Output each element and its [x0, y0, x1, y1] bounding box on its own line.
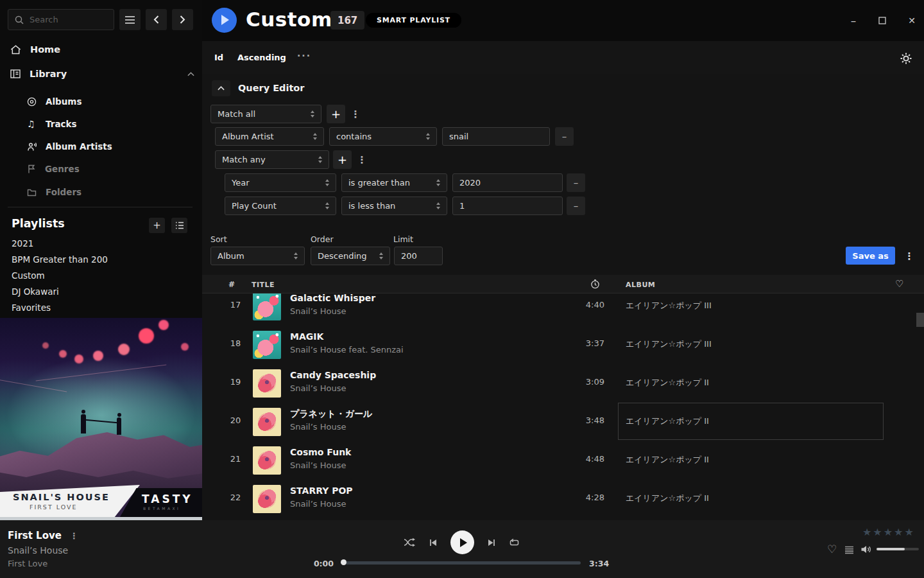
toolbar-more-button[interactable]: ··· [297, 51, 311, 61]
total-time: 3:34 [589, 559, 609, 568]
shuffle-button[interactable] [404, 538, 416, 547]
search-input[interactable] [30, 15, 107, 24]
select-arrows-icon [436, 179, 440, 186]
sidebar-item-album-artists[interactable]: Album Artists [27, 137, 194, 156]
nav-back-button[interactable] [146, 9, 167, 30]
column-index[interactable]: # [228, 280, 235, 289]
remove-rule-button[interactable]: – [567, 173, 585, 192]
artwork-album-title: FIRST LOVE [30, 504, 140, 511]
duration-column-clock-icon[interactable] [590, 279, 600, 289]
settings-button[interactable] [900, 51, 914, 66]
favorite-button[interactable]: ♡ [827, 543, 837, 556]
add-playlist-button[interactable]: + [149, 218, 165, 233]
star-icon[interactable]: ★ [873, 526, 882, 538]
match-all-select[interactable]: Match all [210, 105, 321, 123]
play-playlist-button[interactable] [212, 8, 237, 33]
sidebar-item-folders[interactable]: Folders [27, 182, 194, 202]
save-menu-button[interactable]: ⋮ [904, 247, 914, 265]
repeat-icon [509, 538, 520, 547]
rule-field-select[interactable]: Play Count [225, 197, 336, 215]
kebab-icon: ⋮ [357, 154, 367, 166]
query-editor: Query Editor Match all + ⋮ Album Artist … [202, 74, 924, 275]
list-toolbar: Id Ascending ··· [202, 41, 924, 74]
collapse-caret-icon[interactable] [187, 72, 194, 76]
star-icon[interactable]: ★ [862, 526, 871, 538]
volume-slider[interactable] [877, 548, 919, 550]
rule-field-select[interactable]: Year [225, 173, 336, 192]
playlist-item-2021[interactable]: 2021 [12, 238, 33, 252]
playlist-item-dj-okawari[interactable]: DJ Okawari [12, 286, 59, 301]
now-playing-artwork[interactable]: SNAIL'S HOUSE FIRST LOVE TASTY BETAMAXI [0, 318, 202, 520]
group-menu-button[interactable]: ⋮ [357, 150, 367, 169]
track-row[interactable]: 17 Galactic Whisper Snail’s House 4:40 エ… [202, 293, 924, 326]
collapse-query-editor-button[interactable] [212, 80, 230, 96]
sort-field-button[interactable]: Id [214, 53, 223, 62]
column-title[interactable]: TITLE [252, 281, 275, 289]
minimize-icon: – [851, 14, 857, 27]
rule-operator-select[interactable]: contains [329, 127, 437, 146]
playlist-item-bpm[interactable]: BPM Greater than 200 [12, 254, 108, 268]
rule-value-input[interactable] [452, 197, 563, 215]
playlist-item-favorites[interactable]: Favorites [12, 302, 51, 317]
rule-field-select[interactable]: Album Artist [215, 127, 324, 146]
rule-operator-select[interactable]: is less than [341, 197, 447, 215]
volume-fill [877, 548, 905, 550]
seek-handle[interactable] [341, 559, 346, 565]
track-row[interactable]: 21 Cosmo Funk Snail’s House 4:48 エイリアン☆ポ… [202, 441, 924, 480]
star-icon[interactable]: ★ [894, 526, 903, 538]
group-menu-button[interactable]: ⋮ [350, 105, 361, 123]
favorite-column-heart-icon[interactable]: ♡ [895, 278, 904, 290]
seek-bar[interactable] [343, 561, 581, 565]
repeat-button[interactable] [509, 538, 520, 547]
sort-select[interactable]: Album [210, 247, 305, 265]
previous-track-button[interactable] [429, 538, 438, 547]
volume-button[interactable] [860, 545, 872, 554]
star-icon[interactable]: ★ [904, 526, 913, 538]
sort-direction-button[interactable]: Ascending [237, 53, 286, 62]
playlist-item-custom[interactable]: Custom [12, 270, 45, 285]
next-track-button[interactable] [487, 538, 496, 547]
sidebar-item-library[interactable]: Library [10, 64, 194, 83]
menu-button[interactable] [119, 9, 141, 30]
remove-rule-button[interactable]: – [555, 127, 574, 146]
play-pause-button[interactable] [450, 530, 474, 554]
track-row[interactable]: 20 プラネット・ガール Snail’s House 3:48 エイリアン☆ポッ… [202, 403, 924, 441]
limit-input[interactable] [394, 247, 443, 265]
nav-forward-button[interactable] [172, 9, 193, 30]
sidebar-item-tracks[interactable]: ♫ Tracks [27, 114, 194, 134]
column-album[interactable]: ALBUM [626, 281, 655, 289]
star-icon[interactable]: ★ [884, 526, 893, 538]
artwork-label-sub: BETAMAXI [143, 506, 202, 511]
speaker-icon [860, 545, 872, 554]
tracklist-scrollbar[interactable] [916, 313, 924, 327]
rule-value-input[interactable] [442, 127, 550, 146]
window-maximize-button[interactable] [875, 14, 889, 27]
window-close-button[interactable]: ✕ [905, 14, 919, 27]
track-row[interactable]: 22 STARRY POP Snail’s House 4:28 エイリアン☆ポ… [202, 480, 924, 518]
rule-value-input[interactable] [452, 173, 563, 192]
select-arrows-icon [426, 133, 430, 140]
track-row[interactable]: 18 MAGIK Snail’s House feat. Sennzai 3:3… [202, 326, 924, 364]
remove-rule-button[interactable]: – [567, 197, 585, 215]
match-any-select[interactable]: Match any [215, 150, 329, 169]
select-arrows-icon [325, 202, 329, 209]
track-artwork [253, 446, 281, 475]
sidebar-item-genres[interactable]: Genres [27, 159, 194, 179]
sidebar-item-label: Tracks [46, 119, 77, 129]
flag-icon [27, 164, 36, 173]
manage-playlists-button[interactable] [171, 218, 187, 233]
queue-button[interactable] [844, 546, 854, 554]
rule-operator-select[interactable]: is greater than [341, 173, 447, 192]
artwork-artist-name: SNAIL'S HOUSE [13, 492, 140, 502]
window-minimize-button[interactable]: – [846, 14, 860, 27]
search-box[interactable] [8, 9, 114, 30]
save-as-button[interactable]: Save as [846, 247, 895, 265]
shuffle-icon [404, 538, 416, 547]
track-artwork [253, 331, 281, 359]
sidebar-item-home[interactable]: Home [10, 40, 194, 59]
order-select[interactable]: Descending [311, 247, 390, 265]
add-rule-button[interactable]: + [327, 105, 345, 123]
track-row[interactable]: 19 Candy Spaceship Snail’s House 3:09 エイ… [202, 364, 924, 403]
add-rule-button[interactable]: + [333, 150, 352, 169]
sidebar-item-albums[interactable]: Albums [27, 92, 194, 111]
